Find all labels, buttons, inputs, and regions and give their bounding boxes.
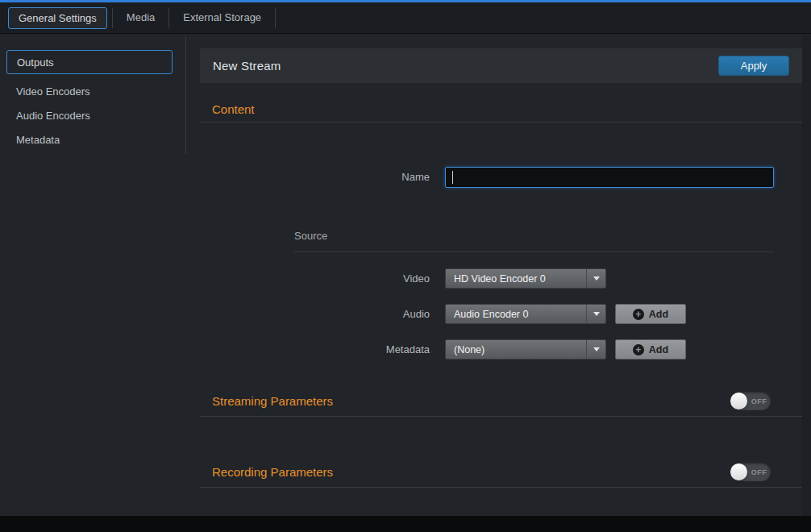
streaming-parameters-row: Streaming Parameters OFF [200, 392, 802, 410]
tab-general-settings[interactable]: General Settings [8, 7, 107, 29]
content-divider [200, 122, 802, 123]
main-panel: New Stream Apply Content Name Source Vid… [200, 48, 802, 488]
video-encoder-select[interactable]: HD Video Encoder 0 [445, 268, 606, 289]
tab-media[interactable]: Media [113, 2, 168, 34]
tabbar: General Settings Media External Storage [0, 2, 811, 34]
chevron-down-icon [586, 340, 605, 359]
audio-encoder-select[interactable]: Audio Encoder 0 [445, 304, 606, 324]
metadata-value: (None) [446, 344, 586, 355]
panel-header: New Stream Apply [200, 48, 802, 83]
add-audio-label: Add [649, 309, 668, 320]
sidebar: Outputs Video Encoders Audio Encoders Me… [0, 35, 186, 516]
video-encoder-value: HD Video Encoder 0 [446, 273, 586, 285]
recording-parameters-heading: Recording Parameters [212, 465, 333, 479]
name-label: Name [200, 171, 445, 183]
sidebar-divider [185, 36, 186, 154]
toggle-state-label: OFF [747, 397, 771, 405]
recording-toggle[interactable]: OFF [730, 463, 771, 481]
add-metadata-label: Add [649, 344, 668, 355]
video-label: Video [200, 272, 445, 285]
name-row: Name [200, 166, 802, 188]
toggle-state-label: OFF [747, 468, 771, 476]
audio-row: Audio Audio Encoder 0 + Add [200, 304, 802, 324]
source-label: Source [294, 230, 802, 242]
footer-bar [0, 516, 811, 532]
sidebar-item-audio-encoders[interactable]: Audio Encoders [0, 103, 186, 127]
name-input[interactable] [446, 168, 773, 187]
metadata-row: Metadata (None) + Add [200, 339, 802, 360]
audio-label: Audio [200, 308, 445, 320]
source-divider [294, 251, 774, 252]
chevron-down-icon [586, 305, 605, 323]
streaming-parameters-heading: Streaming Parameters [212, 394, 333, 408]
metadata-select[interactable]: (None) [445, 339, 606, 360]
metadata-label: Metadata [200, 343, 445, 355]
sidebar-item-metadata[interactable]: Metadata [0, 127, 186, 152]
plus-icon: + [633, 344, 644, 355]
scrollbar-track[interactable] [802, 35, 811, 516]
video-row: Video HD Video Encoder 0 [200, 268, 802, 289]
recording-divider [200, 487, 802, 488]
toggle-knob [730, 393, 747, 409]
add-metadata-button[interactable]: + Add [615, 339, 686, 360]
apply-button[interactable]: Apply [718, 56, 789, 76]
tab-external-storage[interactable]: External Storage [169, 2, 275, 34]
name-input-wrapper [445, 167, 774, 188]
content-section-heading: Content [212, 102, 802, 116]
add-audio-button[interactable]: + Add [615, 304, 686, 324]
plus-icon: + [633, 309, 644, 320]
text-cursor [452, 171, 453, 184]
recording-parameters-row: Recording Parameters OFF [200, 463, 802, 481]
page-title: New Stream [213, 59, 281, 73]
sidebar-item-video-encoders[interactable]: Video Encoders [0, 79, 186, 103]
streaming-toggle[interactable]: OFF [730, 392, 771, 410]
streaming-divider [200, 416, 802, 417]
audio-encoder-value: Audio Encoder 0 [446, 309, 586, 320]
tab-separator [275, 8, 276, 28]
sidebar-item-outputs[interactable]: Outputs [6, 50, 173, 74]
toggle-knob [730, 463, 747, 480]
chevron-down-icon [586, 269, 605, 288]
